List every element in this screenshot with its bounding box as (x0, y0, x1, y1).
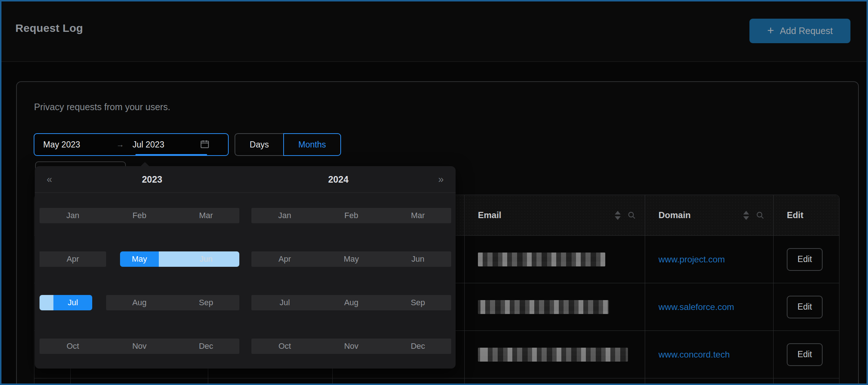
month-label: Sep (199, 298, 213, 307)
month-label: Oct (67, 341, 79, 351)
right-panel-year: 2024 (245, 174, 431, 185)
request-log-screen: Request Log + Add Request Privacy reques… (0, 0, 868, 385)
calendar-icon (200, 139, 210, 150)
range-start-input[interactable]: May 2023 (43, 140, 116, 150)
month-label: Dec (411, 341, 425, 351)
month-row: OctNovDec (251, 339, 451, 354)
month-cell-2023-nov: Nov (106, 339, 173, 354)
month-cell-2024-may: May (318, 251, 385, 267)
month-cell-2023-oct: Oct (40, 339, 106, 354)
redacted-email-value (478, 253, 605, 266)
month-cell-2024-nov: Nov (318, 339, 385, 354)
next-year-button[interactable]: » (431, 174, 450, 185)
month-label: Dec (199, 341, 213, 351)
month-label: May (344, 254, 359, 263)
table-cell (645, 378, 774, 385)
sorter-icon[interactable] (743, 211, 749, 220)
month-cell-2024-jun: Jun (385, 251, 451, 267)
date-range-picker[interactable]: May 2023 → Jul 2023 (34, 133, 229, 156)
month-label: Apr (278, 254, 291, 263)
redacted-email-value (478, 300, 609, 314)
month-cell-2023-mar: Mar (173, 208, 239, 223)
month-cell-2023-apr: Apr (40, 251, 106, 267)
table-cell: Edit (774, 283, 839, 330)
view-granularity-toggle: DaysMonths (235, 133, 341, 156)
month-row: JulAugSep (40, 295, 239, 310)
column-header-email[interactable]: Email (465, 195, 646, 235)
month-cell-2024-jan: Jan (251, 208, 318, 223)
month-label: Jul (68, 298, 78, 307)
table-cell: Edit (774, 236, 839, 283)
domain-link[interactable]: www.concord.tech (658, 350, 730, 360)
month-row: OctNovDec (40, 339, 239, 354)
month-cell-2024-feb: Feb (318, 208, 385, 223)
month-cell-2023-jul[interactable]: Jul (40, 295, 106, 310)
month-label: Feb (344, 211, 358, 220)
month-label: Feb (132, 211, 146, 220)
month-label: Apr (67, 254, 79, 263)
table-cell (71, 378, 208, 385)
month-picker-popup: « 2023 2024 » JanFebMarAprMayJunJulAugSe… (35, 166, 456, 369)
search-icon[interactable] (627, 211, 636, 220)
edit-button[interactable]: Edit (787, 248, 823, 271)
edit-button[interactable]: Edit (787, 343, 823, 366)
month-cell-2024-oct: Oct (251, 339, 318, 354)
calendar-panel-2023: JanFebMarAprMayJunJulAugSepOctNovDec (40, 208, 239, 354)
column-header-edit[interactable]: Edit (774, 195, 839, 235)
toggle-months[interactable]: Months (283, 133, 341, 156)
edit-button[interactable]: Edit (787, 296, 823, 318)
add-request-button[interactable]: + Add Request (749, 19, 850, 43)
month-label: Jul (280, 298, 290, 307)
column-label: Email (478, 210, 501, 220)
popup-header: « 2023 2024 » (35, 166, 456, 193)
month-cell-2023-feb: Feb (106, 208, 173, 223)
month-cell-2024-jul: Jul (251, 295, 318, 310)
month-label: Nov (132, 341, 146, 351)
month-label: Mar (411, 211, 425, 220)
search-icon[interactable] (756, 211, 764, 220)
month-cell-2023-jun[interactable]: Jun (173, 251, 239, 267)
left-panel-year: 2023 (59, 174, 245, 185)
month-label: Aug (132, 298, 146, 307)
table-cell (333, 378, 465, 385)
month-label: Jan (66, 211, 79, 220)
active-field-indicator (135, 154, 207, 155)
table-cell: www.concord.tech (645, 331, 774, 378)
prev-year-button[interactable]: « (40, 174, 59, 185)
month-cell-2023-aug: Aug (106, 295, 173, 310)
month-label: Jun (411, 254, 424, 263)
plus-icon: + (767, 25, 774, 36)
month-cell-2024-aug: Aug (318, 295, 385, 310)
redacted-email-value (478, 348, 628, 362)
domain-link[interactable]: www.project.com (658, 254, 725, 265)
column-label: Domain (658, 210, 691, 220)
table-row (34, 378, 839, 385)
month-cell-2023-sep: Sep (173, 295, 239, 310)
table-cell: www.project.com (645, 236, 774, 283)
table-cell (208, 378, 333, 385)
table-cell: www.saleforce.com (645, 283, 774, 330)
month-cell-2023-may[interactable]: May (106, 251, 173, 267)
month-label: Jan (278, 211, 291, 220)
range-end-input[interactable]: Jul 2023 (132, 140, 198, 150)
table-cell (465, 236, 646, 283)
table-cell (774, 378, 839, 385)
month-label: Jun (199, 254, 212, 263)
popup-body: JanFebMarAprMayJunJulAugSepOctNovDecJanF… (35, 193, 456, 354)
toggle-days[interactable]: Days (235, 133, 283, 156)
month-row: AprMayJun (40, 251, 239, 267)
column-header-domain[interactable]: Domain (645, 195, 774, 235)
month-label: Mar (199, 211, 213, 220)
add-request-label: Add Request (780, 26, 833, 36)
month-row: AprMayJun (251, 251, 451, 267)
table-cell (465, 331, 646, 378)
calendar-panel-2024: JanFebMarAprMayJunJulAugSepOctNovDec (251, 208, 451, 354)
column-label: Edit (787, 210, 803, 220)
top-bar: Request Log + Add Request (1, 1, 867, 62)
sorter-icon[interactable] (615, 211, 621, 220)
table-cell (465, 283, 646, 330)
month-cell-2024-sep: Sep (385, 295, 451, 310)
month-label: Oct (278, 341, 291, 351)
domain-link[interactable]: www.saleforce.com (658, 302, 734, 312)
table-cell: Edit (774, 331, 839, 378)
